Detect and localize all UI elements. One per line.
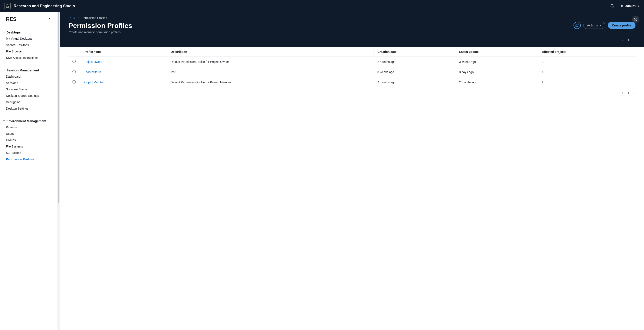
cell-updated: 2 months ago [455,77,538,87]
profile-link[interactable]: Project Member [84,81,104,84]
user-icon [620,4,624,8]
sidebar-item-desktop-settings[interactable]: Desktop Settings [3,105,54,112]
col-description[interactable]: Description [167,47,374,57]
next-page-button[interactable] [632,92,636,94]
prev-page-button[interactable] [621,92,624,94]
section-desktops[interactable]: ▼ Desktops [3,29,54,35]
cell-affected: 2 [538,57,636,67]
sidebar: RES ▼ Desktops My Virtual Desktops Share… [0,12,60,330]
sidebar-item-users[interactable]: Users [3,130,54,137]
profiles-table: Profile name Description Creation date L… [68,47,636,87]
topbar-divider [618,3,618,9]
chevron-down-icon: ▼ [638,5,640,7]
row-select-radio[interactable] [72,60,76,63]
notifications-button[interactable] [608,2,616,10]
cell-created: 3 weeks ago [374,67,455,77]
refresh-button[interactable] [574,22,581,29]
sidebar-item-debugging[interactable]: Debugging [3,99,54,105]
section-environment-management[interactable]: ▼ Environment Management [3,118,54,124]
table-row: UpdateStatus test 3 weeks ago 3 days ago… [68,67,636,77]
sidebar-item-my-virtual-desktops[interactable]: My Virtual Desktops [3,35,54,42]
header-actions: Actions ▼ Create profile [574,22,636,29]
sidebar-item-s3-buckets[interactable]: S3 Buckets [3,150,54,156]
pagination-top: 1 [68,39,636,42]
page-subtitle: Create and manage permission profiles. [68,31,132,34]
topbar: Research and Engineering Studio admin1 ▼ [0,0,644,12]
caret-down-icon: ▼ [3,31,5,34]
svg-point-0 [622,5,622,6]
cell-updated: 3 days ago [455,67,538,77]
col-select [68,47,80,57]
cell-description: Default Permission Profile for Project M… [167,77,374,87]
table-row: Project Member Default Permission Profil… [68,77,636,87]
page-number: 1 [628,39,629,42]
row-select-radio[interactable] [72,80,76,84]
breadcrumb-root[interactable]: RES [68,16,75,20]
chevron-right-icon [77,16,80,20]
cell-affected: 1 [538,67,636,77]
profile-link[interactable]: UpdateStatus [84,70,102,74]
cell-affected: 2 [538,77,636,87]
col-affected-projects[interactable]: Affected projects [538,47,636,57]
next-page-button[interactable] [632,39,636,42]
sidebar-item-dashboard[interactable]: Dashboard [3,73,54,80]
caret-down-icon: ▼ [3,69,5,71]
sidebar-item-groups[interactable]: Groups [3,137,54,143]
actions-dropdown[interactable]: Actions ▼ [583,22,605,29]
sidebar-item-projects[interactable]: Projects [3,124,54,130]
chevron-left-icon [48,17,51,20]
chevron-down-icon: ▼ [600,24,602,27]
prev-page-button[interactable] [621,39,624,42]
sidebar-item-shared-desktops[interactable]: Shared Desktops [3,42,54,48]
info-button[interactable] [632,16,639,23]
page-header: RES Permission Profiles Permission Profi… [60,12,644,47]
sidebar-item-sessions[interactable]: Sessions [3,80,54,86]
cell-description: Default Permission Profile for Project O… [167,57,374,67]
breadcrumb: RES Permission Profiles [68,16,636,20]
sidebar-item-desktop-shared-settings[interactable]: Desktop Shared Settings [3,93,54,99]
table-row: Project Owner Default Permission Profile… [68,57,636,67]
app-title: Research and Engineering Studio [14,4,75,8]
profile-link[interactable]: Project Owner [84,60,102,64]
sidebar-item-permission-profiles[interactable]: Permission Profiles [3,156,54,162]
sidebar-item-ssh-access[interactable]: SSH Access Instructions [3,55,54,61]
breadcrumb-current: Permission Profiles [82,16,107,20]
sidebar-item-software-stacks[interactable]: Software Stacks [3,86,54,93]
cell-updated: 3 weeks ago [455,57,538,67]
sidebar-item-file-systems[interactable]: File Systems [3,143,54,150]
collapse-sidebar-button[interactable] [48,17,51,21]
section-session-management[interactable]: ▼ Session Management [3,67,54,73]
col-profile-name[interactable]: Profile name [80,47,167,57]
cell-created: 2 months ago [374,77,455,87]
caret-down-icon: ▼ [3,120,5,122]
page-title: Permission Profiles [68,22,132,30]
sidebar-title: RES [6,16,16,22]
create-profile-button[interactable]: Create profile [608,22,636,29]
main-content: RES Permission Profiles Permission Profi… [60,12,644,330]
user-menu[interactable]: admin1 ▼ [620,4,640,8]
username: admin1 [626,4,636,8]
row-select-radio[interactable] [72,70,76,73]
pagination-bottom: 1 [60,87,644,99]
sidebar-scrollbar[interactable] [57,12,60,330]
cell-description: test [167,67,374,77]
page-number: 1 [628,91,629,95]
cell-created: 2 months ago [374,57,455,67]
sidebar-item-file-browser[interactable]: File Browser [3,48,54,55]
info-icon [634,18,638,21]
col-creation-date[interactable]: Creation date [374,47,455,57]
col-latest-update[interactable]: Latest update [455,47,538,57]
refresh-icon [576,24,579,27]
bell-icon [610,4,614,8]
app-logo [4,3,11,9]
